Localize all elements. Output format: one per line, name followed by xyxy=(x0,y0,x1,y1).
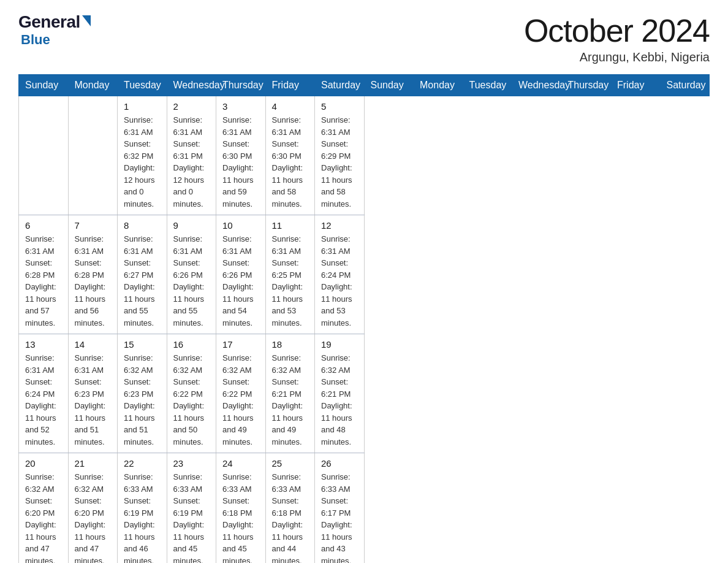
day-number: 15 xyxy=(124,339,161,350)
day-info: Sunrise: 6:31 AM Sunset: 6:26 PM Dayligh… xyxy=(222,234,254,327)
location-text: Argungu, Kebbi, Nigeria xyxy=(524,50,710,64)
title-section: October 2024 Argungu, Kebbi, Nigeria xyxy=(524,12,710,64)
calendar-header-row: SundayMondayTuesdayWednesdayThursdayFrid… xyxy=(19,75,710,96)
calendar-day-header: Wednesday xyxy=(167,75,216,96)
day-info: Sunrise: 6:33 AM Sunset: 6:18 PM Dayligh… xyxy=(272,472,303,563)
calendar-day-header: Saturday xyxy=(315,75,365,96)
day-info: Sunrise: 6:32 AM Sunset: 6:22 PM Dayligh… xyxy=(173,353,205,446)
logo-arrow-icon xyxy=(82,15,91,26)
logo: General Blue xyxy=(18,12,91,48)
day-info: Sunrise: 6:31 AM Sunset: 6:31 PM Dayligh… xyxy=(173,115,205,209)
calendar-day-header: Monday xyxy=(68,75,118,96)
calendar-cell: 22Sunrise: 6:33 AM Sunset: 6:19 PM Dayli… xyxy=(118,453,167,564)
calendar-cell: 12Sunrise: 6:31 AM Sunset: 6:24 PM Dayli… xyxy=(315,215,365,334)
day-number: 12 xyxy=(321,220,358,231)
calendar-cell: 21Sunrise: 6:32 AM Sunset: 6:20 PM Dayli… xyxy=(68,453,118,564)
day-number: 1 xyxy=(124,101,161,112)
day-number: 20 xyxy=(25,458,62,469)
calendar-cell: 8Sunrise: 6:31 AM Sunset: 6:27 PM Daylig… xyxy=(118,215,167,334)
calendar-cell xyxy=(68,96,118,215)
calendar-cell: 23Sunrise: 6:33 AM Sunset: 6:19 PM Dayli… xyxy=(167,453,216,564)
day-number: 4 xyxy=(272,101,309,112)
day-info: Sunrise: 6:32 AM Sunset: 6:21 PM Dayligh… xyxy=(272,353,303,446)
calendar-cell: 2Sunrise: 6:31 AM Sunset: 6:31 PM Daylig… xyxy=(167,96,216,215)
day-number: 3 xyxy=(222,101,259,112)
logo-blue-text: Blue xyxy=(21,32,50,47)
day-info: Sunrise: 6:31 AM Sunset: 6:32 PM Dayligh… xyxy=(124,115,155,209)
day-info: Sunrise: 6:31 AM Sunset: 6:29 PM Dayligh… xyxy=(321,115,352,209)
calendar-day-header: Friday xyxy=(611,75,661,96)
calendar-cell: 10Sunrise: 6:31 AM Sunset: 6:26 PM Dayli… xyxy=(216,215,266,334)
calendar-cell: 18Sunrise: 6:32 AM Sunset: 6:21 PM Dayli… xyxy=(265,334,315,453)
day-number: 19 xyxy=(321,339,358,350)
calendar-day-header: Thursday xyxy=(561,75,611,96)
calendar-cell: 13Sunrise: 6:31 AM Sunset: 6:24 PM Dayli… xyxy=(19,334,69,453)
calendar-cell: 24Sunrise: 6:33 AM Sunset: 6:18 PM Dayli… xyxy=(216,453,266,564)
day-info: Sunrise: 6:31 AM Sunset: 6:27 PM Dayligh… xyxy=(124,234,155,327)
day-info: Sunrise: 6:33 AM Sunset: 6:19 PM Dayligh… xyxy=(173,472,205,563)
day-info: Sunrise: 6:32 AM Sunset: 6:22 PM Dayligh… xyxy=(222,353,254,446)
day-number: 8 xyxy=(124,220,161,231)
calendar-day-header: Monday xyxy=(414,75,463,96)
page-header: General Blue October 2024 Argungu, Kebbi… xyxy=(18,12,710,64)
calendar-day-header: Thursday xyxy=(216,75,266,96)
day-number: 14 xyxy=(75,339,112,350)
calendar-cell: 7Sunrise: 6:31 AM Sunset: 6:28 PM Daylig… xyxy=(68,215,118,334)
day-number: 23 xyxy=(173,458,210,469)
day-number: 17 xyxy=(222,339,259,350)
calendar-cell: 26Sunrise: 6:33 AM Sunset: 6:17 PM Dayli… xyxy=(315,453,365,564)
day-info: Sunrise: 6:31 AM Sunset: 6:25 PM Dayligh… xyxy=(272,234,303,327)
day-number: 16 xyxy=(173,339,210,350)
calendar-week-row: 20Sunrise: 6:32 AM Sunset: 6:20 PM Dayli… xyxy=(19,453,710,564)
day-info: Sunrise: 6:31 AM Sunset: 6:24 PM Dayligh… xyxy=(25,353,56,446)
calendar-cell: 11Sunrise: 6:31 AM Sunset: 6:25 PM Dayli… xyxy=(265,215,315,334)
calendar-cell: 15Sunrise: 6:32 AM Sunset: 6:23 PM Dayli… xyxy=(118,334,167,453)
calendar-cell: 14Sunrise: 6:31 AM Sunset: 6:23 PM Dayli… xyxy=(68,334,118,453)
day-info: Sunrise: 6:32 AM Sunset: 6:20 PM Dayligh… xyxy=(25,472,56,563)
calendar-cell: 4Sunrise: 6:31 AM Sunset: 6:30 PM Daylig… xyxy=(265,96,315,215)
calendar-day-header: Sunday xyxy=(364,75,414,96)
day-number: 10 xyxy=(222,220,259,231)
day-number: 7 xyxy=(75,220,112,231)
day-number: 11 xyxy=(272,220,309,231)
calendar-week-row: 6Sunrise: 6:31 AM Sunset: 6:28 PM Daylig… xyxy=(19,215,710,334)
day-number: 2 xyxy=(173,101,210,112)
day-info: Sunrise: 6:33 AM Sunset: 6:19 PM Dayligh… xyxy=(124,472,155,563)
day-number: 6 xyxy=(25,220,62,231)
day-info: Sunrise: 6:31 AM Sunset: 6:30 PM Dayligh… xyxy=(272,115,303,209)
day-info: Sunrise: 6:31 AM Sunset: 6:28 PM Dayligh… xyxy=(75,234,106,327)
calendar-table: SundayMondayTuesdayWednesdayThursdayFrid… xyxy=(18,74,710,563)
day-number: 9 xyxy=(173,220,210,231)
calendar-cell: 16Sunrise: 6:32 AM Sunset: 6:22 PM Dayli… xyxy=(167,334,216,453)
day-info: Sunrise: 6:31 AM Sunset: 6:23 PM Dayligh… xyxy=(75,353,106,446)
day-info: Sunrise: 6:33 AM Sunset: 6:17 PM Dayligh… xyxy=(321,472,352,563)
calendar-day-header: Friday xyxy=(265,75,315,96)
day-info: Sunrise: 6:31 AM Sunset: 6:24 PM Dayligh… xyxy=(321,234,352,327)
day-number: 5 xyxy=(321,101,358,112)
day-info: Sunrise: 6:31 AM Sunset: 6:26 PM Dayligh… xyxy=(173,234,205,327)
calendar-cell: 9Sunrise: 6:31 AM Sunset: 6:26 PM Daylig… xyxy=(167,215,216,334)
day-info: Sunrise: 6:32 AM Sunset: 6:21 PM Dayligh… xyxy=(321,353,352,446)
day-info: Sunrise: 6:32 AM Sunset: 6:20 PM Dayligh… xyxy=(75,472,106,563)
calendar-cell: 17Sunrise: 6:32 AM Sunset: 6:22 PM Dayli… xyxy=(216,334,266,453)
calendar-cell: 3Sunrise: 6:31 AM Sunset: 6:30 PM Daylig… xyxy=(216,96,266,215)
calendar-day-header: Saturday xyxy=(660,75,710,96)
day-number: 22 xyxy=(124,458,161,469)
month-title: October 2024 xyxy=(524,12,710,49)
calendar-cell: 19Sunrise: 6:32 AM Sunset: 6:21 PM Dayli… xyxy=(315,334,365,453)
calendar-cell: 20Sunrise: 6:32 AM Sunset: 6:20 PM Dayli… xyxy=(19,453,69,564)
day-number: 13 xyxy=(25,339,62,350)
logo-general-text: General xyxy=(18,12,80,32)
calendar-day-header: Sunday xyxy=(19,75,69,96)
day-number: 25 xyxy=(272,458,309,469)
day-number: 21 xyxy=(75,458,112,469)
calendar-day-header: Tuesday xyxy=(118,75,167,96)
calendar-cell xyxy=(19,96,69,215)
calendar-day-header: Tuesday xyxy=(463,75,512,96)
day-info: Sunrise: 6:32 AM Sunset: 6:23 PM Dayligh… xyxy=(124,353,155,446)
calendar-cell: 25Sunrise: 6:33 AM Sunset: 6:18 PM Dayli… xyxy=(265,453,315,564)
day-info: Sunrise: 6:31 AM Sunset: 6:28 PM Dayligh… xyxy=(25,234,56,327)
calendar-week-row: 1Sunrise: 6:31 AM Sunset: 6:32 PM Daylig… xyxy=(19,96,710,215)
calendar-cell: 1Sunrise: 6:31 AM Sunset: 6:32 PM Daylig… xyxy=(118,96,167,215)
day-number: 26 xyxy=(321,458,358,469)
